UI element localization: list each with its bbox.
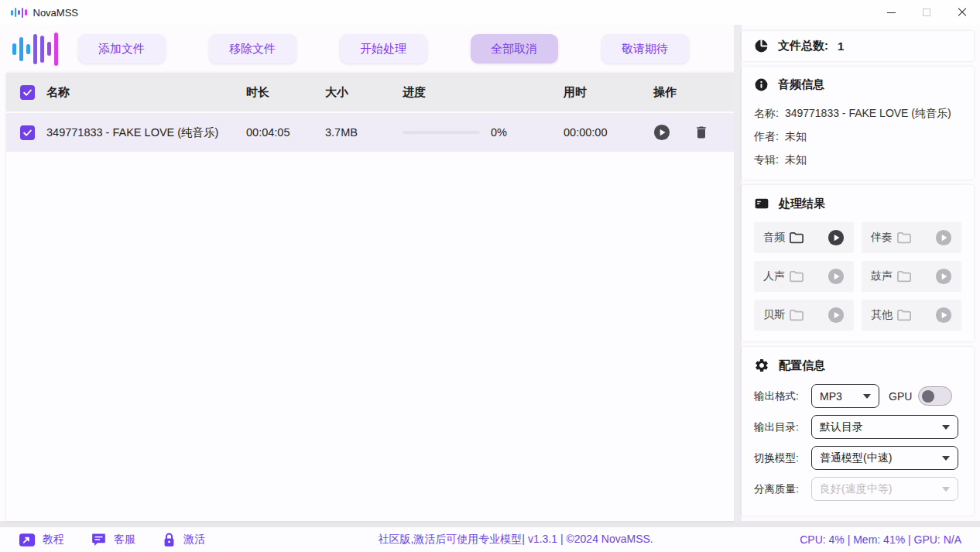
footer: 教程 客服 激活 社区版,激活后可使用专业模型| v1.3.1 | ©2024 …: [0, 527, 980, 552]
result-tile-accompaniment: 伴奏: [862, 222, 961, 253]
audio-artist-field: 作者: 未知: [754, 125, 961, 149]
coming-soon-button[interactable]: 敬请期待: [601, 34, 689, 63]
trash-icon: [694, 125, 709, 140]
results-title: 处理结果: [779, 197, 825, 211]
other-folder-button[interactable]: [896, 307, 913, 324]
result-tile-audio: 音频: [754, 222, 854, 253]
folder-icon: [788, 307, 805, 324]
accompaniment-play-button[interactable]: [935, 229, 952, 246]
audio-name-field: 名称: 349771833 - FAKE LOVE (纯音乐): [754, 102, 961, 125]
panel-divider: [734, 25, 742, 521]
quality-select: 良好(速度中等): [811, 477, 958, 501]
total-files-card: 文件总数: 1: [742, 31, 974, 61]
add-file-button[interactable]: 添加文件: [78, 34, 166, 63]
toggle-knob-icon: [922, 390, 934, 403]
play-icon: [653, 124, 670, 141]
vocals-folder-button[interactable]: [788, 268, 805, 285]
folder-icon: [896, 229, 913, 246]
results-card: 处理结果 音频 伴奏 人声: [742, 185, 974, 341]
header-actions: 操作: [641, 85, 734, 100]
audio-folder-button[interactable]: [788, 229, 805, 246]
header-name: 名称: [46, 85, 246, 100]
chevron-down-icon: [863, 394, 871, 399]
result-tile-vocals: 人声: [754, 261, 854, 292]
row-size: 3.7MB: [325, 126, 403, 139]
folder-icon: [896, 268, 913, 285]
chat-icon: [91, 532, 107, 547]
activate-link[interactable]: 激活: [162, 532, 205, 548]
minimize-button[interactable]: [873, 0, 909, 25]
table-row[interactable]: 349771833 - FAKE LOVE (纯音乐) 00:04:05 3.7…: [6, 113, 734, 152]
system-stats-text: CPU: 4% | Mem: 41% | GPU: N/A: [800, 533, 961, 546]
folder-icon: [788, 229, 805, 246]
config-card: 配置信息 输出格式: MP3 GPU 输出目录: 默认目录: [742, 347, 974, 516]
gpu-label: GPU: [889, 390, 912, 403]
vocals-play-button[interactable]: [828, 268, 845, 285]
output-format-select[interactable]: MP3: [811, 384, 879, 408]
row-file-name: 349771833 - FAKE LOVE (纯音乐): [46, 125, 246, 140]
other-play-button[interactable]: [935, 307, 952, 324]
maximize-icon: [923, 9, 930, 16]
result-tile-drums: 鼓声: [862, 261, 961, 292]
logo-waveform-icon: [12, 30, 58, 67]
folder-icon: [896, 307, 913, 324]
row-checkbox[interactable]: [20, 125, 35, 140]
result-tile-bass: 贝斯: [754, 300, 854, 331]
close-button[interactable]: [944, 0, 980, 25]
check-icon: [22, 87, 33, 98]
audio-info-title: 音频信息: [778, 77, 824, 92]
drums-play-button[interactable]: [935, 268, 952, 285]
close-icon: [958, 8, 967, 17]
total-files-value: 1: [838, 39, 844, 53]
total-files-label: 文件总数:: [778, 39, 828, 53]
pie-chart-icon: [754, 39, 769, 53]
drums-folder-button[interactable]: [896, 268, 913, 285]
play-icon: [935, 268, 952, 285]
accompaniment-folder-button[interactable]: [896, 229, 913, 246]
gpu-toggle[interactable]: [918, 386, 952, 406]
tutorial-link[interactable]: 教程: [19, 533, 64, 547]
bass-folder-button[interactable]: [788, 307, 805, 324]
select-all-checkbox[interactable]: [20, 85, 35, 100]
start-processing-button[interactable]: 开始处理: [340, 34, 427, 63]
cancel-all-button[interactable]: 全部取消: [471, 34, 558, 63]
audio-info-card: 音频信息 名称: 349771833 - FAKE LOVE (纯音乐) 作者:…: [742, 67, 974, 180]
header-duration: 时长: [246, 85, 325, 100]
play-icon: [828, 268, 845, 285]
row-play-button[interactable]: [653, 124, 670, 141]
support-link[interactable]: 客服: [91, 532, 135, 547]
lock-icon: [162, 532, 176, 548]
footer-divider: [0, 521, 980, 527]
chevron-down-icon: [942, 456, 950, 461]
model-select[interactable]: 普通模型(中速): [811, 446, 958, 470]
chevron-down-icon: [942, 425, 950, 430]
progress-bar: [403, 131, 480, 134]
row-duration: 00:04:05: [246, 126, 325, 139]
gear-icon: [754, 358, 769, 373]
edition-status-text: 社区版,激活后可使用专业模型| v1.3.1 | ©2024 NovaMSS.: [231, 533, 800, 547]
result-tile-other: 其他: [862, 300, 961, 331]
bass-play-button[interactable]: [828, 307, 845, 324]
header-progress: 进度: [403, 85, 564, 100]
remove-file-button[interactable]: 移除文件: [209, 34, 296, 63]
window-title: NovaMSS: [33, 7, 79, 19]
check-icon: [22, 128, 33, 138]
main-area: 添加文件 移除文件 开始处理 全部取消 敬请期待 名称 时长 大小 进度 用时 …: [0, 25, 980, 521]
row-delete-button[interactable]: [694, 125, 709, 140]
model-label: 切换模型:: [754, 451, 811, 465]
play-icon: [828, 229, 845, 246]
titlebar: NovaMSS: [0, 0, 980, 25]
config-title: 配置信息: [779, 358, 825, 373]
folder-icon: [788, 268, 805, 285]
audio-album-field: 专辑: 未知: [754, 149, 961, 172]
output-format-label: 输出格式:: [754, 389, 811, 403]
row-elapsed: 00:00:00: [564, 126, 641, 139]
app-waveform-icon: [11, 6, 27, 19]
card-icon: [754, 196, 769, 211]
output-dir-select[interactable]: 默认目录: [811, 415, 958, 439]
audio-play-button[interactable]: [828, 229, 845, 246]
header-elapsed: 用时: [564, 85, 641, 100]
output-dir-label: 输出目录:: [754, 420, 811, 434]
share-icon: [19, 533, 36, 547]
maximize-button[interactable]: [909, 0, 944, 25]
